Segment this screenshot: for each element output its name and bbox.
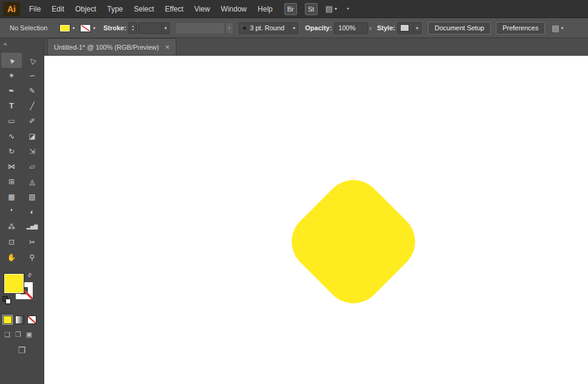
hand-tool[interactable]: ✋ xyxy=(1,250,22,265)
slice-tool[interactable]: ✂ xyxy=(22,234,42,250)
menu-select[interactable]: Select xyxy=(129,0,159,18)
slice-tool-icon: ✂ xyxy=(29,239,35,246)
rotate-tool[interactable]: ↻ xyxy=(1,144,22,159)
stepper-down-icon[interactable]: ▾ xyxy=(132,28,134,31)
menubar-right: Br St ▤ ▾ ◔ xyxy=(284,3,350,15)
type-tool[interactable]: T xyxy=(1,98,22,113)
chevron-down-icon: ▾ xyxy=(335,6,337,12)
rectangle-tool[interactable]: ▭ xyxy=(1,113,22,128)
shaper-tool[interactable]: ∿ xyxy=(1,128,22,144)
none-button[interactable] xyxy=(27,316,36,324)
stock-button[interactable]: St xyxy=(305,3,318,15)
menu-list: File Edit Object Type Select Effect View… xyxy=(24,0,278,18)
blend-tool[interactable]: ◐ xyxy=(22,204,42,219)
brush-select[interactable]: 3 pt. Round ▾ xyxy=(239,22,298,34)
tool-grid: ▲ △ ✶ ∽ ✒ ✎ T ╱ ▭ ✐ ∿ ◪ ↻ ⇲ ⋈ ▱ ⊞ ◬ ▦ ▧ … xyxy=(0,53,44,265)
column-graph-tool-icon: ▂▅▇ xyxy=(27,225,38,230)
line-segment-tool[interactable]: ╱ xyxy=(22,98,42,113)
stroke-label: Stroke: xyxy=(103,24,126,31)
chevron-down-icon: ▾ xyxy=(228,25,230,31)
direct-selection-tool[interactable]: △ xyxy=(22,53,42,68)
bridge-button[interactable]: Br xyxy=(284,3,297,15)
stroke-color-picker[interactable]: ▾ xyxy=(80,24,95,32)
menu-type[interactable]: Type xyxy=(102,0,129,18)
free-transform-tool[interactable]: ▱ xyxy=(22,159,42,174)
line-segment-tool-icon: ╱ xyxy=(30,102,34,110)
brush-value: 3 pt. Round xyxy=(246,24,290,31)
pen-tool-icon: ✒ xyxy=(8,87,15,94)
yellow-rounded-diamond-shape[interactable] xyxy=(279,168,427,315)
opacity-input[interactable]: 100% xyxy=(334,22,368,34)
default-fill-stroke-icon[interactable] xyxy=(2,296,11,304)
style-label: Style: xyxy=(377,24,395,31)
mesh-tool-icon: ▦ xyxy=(8,193,15,200)
illustrator-window: Ai File Edit Object Type Select Effect V… xyxy=(0,0,588,384)
workspace-icon: ▤ xyxy=(552,24,559,33)
scale-tool[interactable]: ⇲ xyxy=(22,144,42,159)
stroke-weight-stepper[interactable]: ▴ ▾ xyxy=(129,22,137,34)
menu-object[interactable]: Object xyxy=(70,0,102,18)
paintbrush-tool[interactable]: ✐ xyxy=(22,113,42,128)
canvas[interactable] xyxy=(44,56,588,384)
arrange-documents-icon: ▤ xyxy=(326,4,333,13)
zoom-tool-icon: ⚲ xyxy=(30,254,35,261)
document-tab-strip: Untitled-1* @ 100% (RGB/Preview) × xyxy=(44,38,588,56)
menu-help[interactable]: Help xyxy=(252,0,278,18)
style-select[interactable]: ▾ xyxy=(397,22,421,34)
artboard-tool-icon: ⊡ xyxy=(8,239,15,246)
draw-behind-icon[interactable]: ❒ xyxy=(15,331,21,339)
draw-inside-icon[interactable]: ▣ xyxy=(26,331,32,339)
column-graph-tool[interactable]: ▂▅▇ xyxy=(22,219,42,234)
color-button[interactable] xyxy=(3,316,12,324)
menu-file[interactable]: File xyxy=(24,0,46,18)
width-tool[interactable]: ⋈ xyxy=(1,159,22,174)
screen-mode-button[interactable]: ❐ xyxy=(0,345,44,355)
menu-view[interactable]: View xyxy=(189,0,216,18)
shape-builder-tool-icon: ⊞ xyxy=(8,178,15,185)
magic-wand-tool[interactable]: ✶ xyxy=(1,68,22,83)
preferences-button[interactable]: Preferences xyxy=(496,22,545,35)
workspace-switcher[interactable]: ▤ ▾ xyxy=(552,24,563,33)
document-tab[interactable]: Untitled-1* @ 100% (RGB/Preview) × xyxy=(47,38,176,55)
document-setup-button[interactable]: Document Setup xyxy=(428,22,491,35)
close-tab-icon[interactable]: × xyxy=(165,44,170,50)
artboard-tool[interactable]: ⊡ xyxy=(1,234,22,250)
fill-swatch[interactable] xyxy=(59,24,70,32)
rectangle-tool-icon: ▭ xyxy=(8,118,15,125)
stroke-weight-select[interactable]: ▾ xyxy=(138,22,170,34)
zoom-tool[interactable]: ⚲ xyxy=(22,250,42,265)
selection-status: No Selection xyxy=(10,24,47,31)
gradient-tool[interactable]: ▧ xyxy=(22,189,42,204)
pen-tool[interactable]: ✒ xyxy=(1,83,22,98)
eyedropper-tool[interactable]: ❜ xyxy=(1,204,22,219)
perspective-grid-tool[interactable]: ◬ xyxy=(22,174,42,189)
symbol-sprayer-tool[interactable]: ⁂ xyxy=(1,219,22,234)
fill-indicator[interactable] xyxy=(4,273,24,294)
free-transform-tool-icon: ▱ xyxy=(29,163,35,170)
collapse-tools-icon[interactable]: « xyxy=(0,38,44,49)
stroke-swatch[interactable] xyxy=(80,24,91,32)
chevron-down-icon: ▾ xyxy=(164,25,167,31)
arrange-documents-button[interactable]: ▤ ▾ xyxy=(326,4,337,13)
lasso-tool[interactable]: ∽ xyxy=(22,68,42,83)
curvature-tool[interactable]: ✎ xyxy=(22,83,42,98)
opacity-menu-icon[interactable]: › xyxy=(369,24,372,31)
mesh-tool[interactable]: ▦ xyxy=(1,189,22,204)
menu-edit[interactable]: Edit xyxy=(46,0,70,18)
color-mode-buttons xyxy=(0,316,44,324)
eraser-tool[interactable]: ◪ xyxy=(22,128,42,144)
shaper-tool-icon: ∿ xyxy=(8,133,15,140)
gpu-performance-icon[interactable]: ◔ xyxy=(345,4,350,13)
fill-color-picker[interactable]: ▾ xyxy=(59,24,75,32)
variable-width-profile-select[interactable]: ▾ xyxy=(175,22,233,34)
shape-builder-tool[interactable]: ⊞ xyxy=(1,174,22,189)
drawing-mode-buttons: ❑ ❒ ▣ xyxy=(0,331,44,339)
app-logo[interactable]: Ai xyxy=(3,2,20,16)
draw-normal-icon[interactable]: ❑ xyxy=(4,331,10,339)
gradient-button[interactable] xyxy=(15,316,24,324)
menu-window[interactable]: Window xyxy=(215,0,252,18)
menu-effect[interactable]: Effect xyxy=(159,0,189,18)
selection-tool[interactable]: ▲ xyxy=(1,53,22,68)
swap-fill-stroke-icon[interactable]: ⇄ xyxy=(26,271,33,279)
width-tool-icon: ⋈ xyxy=(8,163,15,170)
